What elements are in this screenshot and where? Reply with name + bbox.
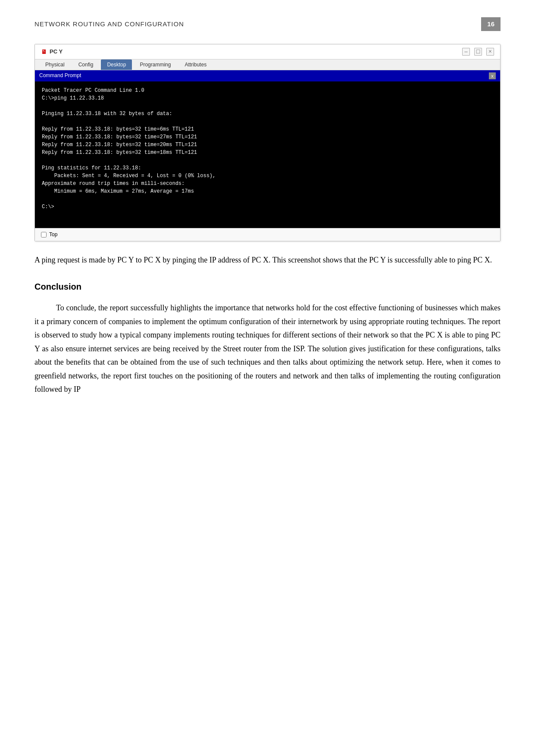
tab-programming[interactable]: Programming	[134, 59, 177, 70]
cmd-content[interactable]: Packet Tracer PC Command Line 1.0 C:\>pi…	[35, 81, 500, 228]
tab-config[interactable]: Config	[72, 59, 100, 70]
tab-physical[interactable]: Physical	[39, 59, 71, 70]
page-title: NETWORK ROUTING AND CONFIGURATION	[34, 19, 184, 29]
page-number: 16	[481, 17, 501, 31]
minimize-button[interactable]: –	[462, 48, 470, 56]
sim-title-controls[interactable]: – □ ×	[462, 48, 494, 56]
simulator-window: 🖥 PC Y – □ × Physical Config Desktop Pro…	[34, 44, 501, 241]
close-button[interactable]: ×	[486, 48, 494, 56]
top-checkbox[interactable]	[41, 232, 47, 237]
sim-title-left: 🖥 PC Y	[41, 47, 63, 56]
sim-bottom: Top	[35, 228, 500, 241]
top-label: Top	[49, 231, 57, 239]
maximize-button[interactable]: □	[474, 48, 482, 56]
conclusion-paragraph: To conclude, the report successfully hig…	[34, 301, 501, 397]
cmd-output: Packet Tracer PC Command Line 1.0 C:\>pi…	[42, 87, 493, 211]
tab-desktop[interactable]: Desktop	[101, 59, 132, 70]
cmd-panel-header: Command Prompt x	[35, 70, 500, 81]
sim-window-title: PC Y	[50, 47, 63, 56]
sim-tabs: Physical Config Desktop Programming Attr…	[35, 59, 500, 70]
screenshot-description-paragraph: A ping request is made by PC Y to PC X b…	[34, 253, 501, 267]
conclusion-heading: Conclusion	[34, 280, 501, 294]
tab-attributes[interactable]: Attributes	[178, 59, 213, 70]
cmd-panel-title: Command Prompt	[39, 72, 81, 80]
pc-icon: 🖥	[41, 47, 47, 56]
sim-titlebar: 🖥 PC Y – □ ×	[35, 44, 500, 59]
page-header: NETWORK ROUTING AND CONFIGURATION 16	[34, 17, 501, 31]
cmd-panel: Command Prompt x Packet Tracer PC Comman…	[35, 70, 500, 228]
conclusion-section: Conclusion To conclude, the report succe…	[34, 280, 501, 397]
cmd-panel-close-button[interactable]: x	[489, 72, 496, 79]
